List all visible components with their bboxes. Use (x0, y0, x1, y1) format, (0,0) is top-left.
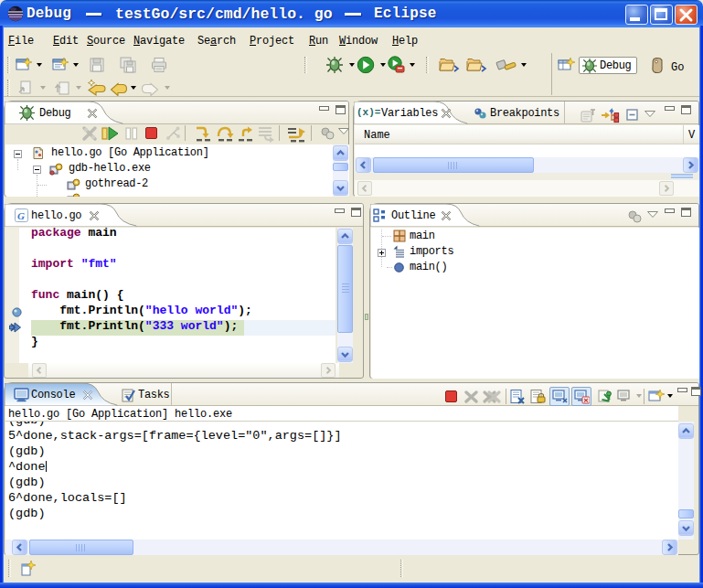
svg-text:G: G (17, 210, 25, 221)
